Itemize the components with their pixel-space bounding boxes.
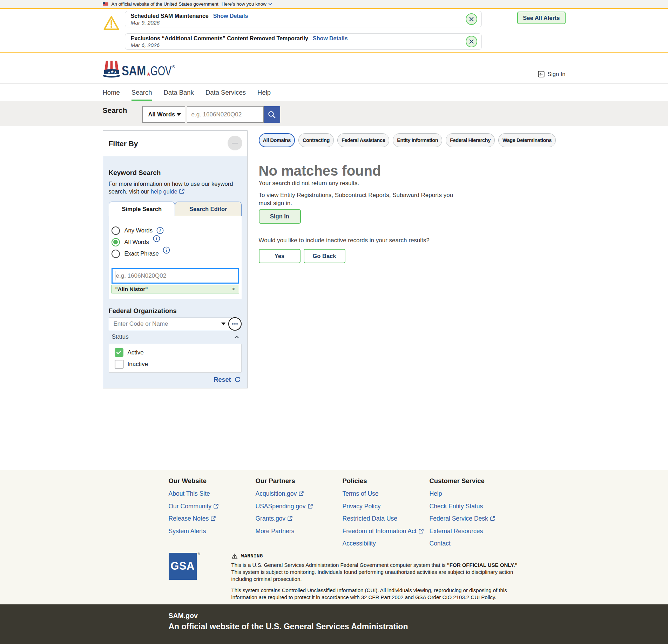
domain-pill-all-domains[interactable]: All Domains xyxy=(259,133,295,147)
us-flag-icon xyxy=(103,2,108,6)
footer-link-restricted-data-use[interactable]: Restricted Data Use xyxy=(343,515,398,522)
keyword-search-heading: Keyword Search xyxy=(109,169,242,177)
help-guide-link[interactable]: help guide xyxy=(151,188,184,195)
info-icon[interactable]: i xyxy=(153,235,160,242)
keyword-chip: "Alin Nistor" × xyxy=(112,285,239,293)
yes-button[interactable]: Yes xyxy=(259,249,301,263)
radio-row-all-words: All Words i xyxy=(112,236,239,248)
domain-pill-entity-information[interactable]: Entity Information xyxy=(393,133,442,147)
go-back-button[interactable]: Go Back xyxy=(304,249,345,263)
nav-item-home[interactable]: Home xyxy=(103,84,120,101)
search-strip-label: Search xyxy=(103,106,142,115)
main-area: Filter By Keyword Search For more inform… xyxy=(0,126,668,470)
external-link-icon xyxy=(214,504,218,509)
footer-link-our-community[interactable]: Our Community xyxy=(169,503,219,510)
nav-item-data-services[interactable]: Data Services xyxy=(205,84,246,101)
nav-item-help[interactable]: Help xyxy=(257,84,271,101)
gsa-logo: GSA ® xyxy=(169,553,197,601)
chevron-up-icon[interactable] xyxy=(234,335,239,339)
domain-pills: All Domains Contracting Federal Assistan… xyxy=(259,133,566,147)
footer-link-check-entity-status[interactable]: Check Entity Status xyxy=(430,503,483,510)
footer-link-about-this-site[interactable]: About This Site xyxy=(169,490,210,497)
footer-link-accessibility[interactable]: Accessibility xyxy=(343,540,376,547)
warning-paragraph-1: This is a U.S. General Services Administ… xyxy=(231,562,526,583)
chip-remove-icon[interactable]: × xyxy=(232,286,235,292)
nav-item-data-bank[interactable]: Data Bank xyxy=(163,84,194,101)
close-icon xyxy=(469,17,474,21)
search-submit-button[interactable] xyxy=(264,106,280,123)
banner-how-you-know-link[interactable]: Here’s how you know xyxy=(222,1,272,7)
search-strip: Search All Words xyxy=(0,101,668,126)
footer-link-more-partners[interactable]: More Partners xyxy=(256,528,295,535)
domain-pill-federal-hierarchy[interactable]: Federal Hierarchy xyxy=(446,133,495,147)
no-results-text: Your search did not return any results. xyxy=(259,179,566,187)
footer-link-help[interactable]: Help xyxy=(430,490,442,497)
checkbox-active[interactable] xyxy=(115,348,123,357)
footer-link-release-notes[interactable]: Release Notes xyxy=(169,515,216,522)
footer-link-grants-gov[interactable]: Grants.gov xyxy=(256,515,293,522)
info-icon[interactable]: i xyxy=(156,227,164,234)
radio-label: All Words xyxy=(124,239,149,245)
minus-icon xyxy=(232,143,238,143)
federal-organizations-more-button[interactable] xyxy=(228,317,242,331)
see-all-alerts-button[interactable]: See All Alerts xyxy=(517,12,565,24)
footer-link-system-alerts[interactable]: System Alerts xyxy=(169,528,206,535)
domain-pill-federal-assistance[interactable]: Federal Assistance xyxy=(337,133,389,147)
uncle-sam-hat-icon: ★ ★ ★ xyxy=(103,61,120,77)
footer-link-terms-of-use[interactable]: Terms of Use xyxy=(343,490,379,497)
global-search-input[interactable] xyxy=(187,106,264,123)
footer-link-foia[interactable]: Freedom of Information Act xyxy=(343,528,424,535)
header-sign-in-link[interactable]: Sign In xyxy=(538,71,565,77)
filter-panel: Filter By Keyword Search For more inform… xyxy=(103,130,248,388)
footer-link-usaspending-gov[interactable]: USASpending.gov xyxy=(256,503,313,510)
footer-link-federal-service-desk[interactable]: Federal Service Desk xyxy=(430,515,495,522)
close-icon xyxy=(469,39,474,44)
alert-close-button[interactable] xyxy=(466,36,477,47)
search-mode-select[interactable]: All Words xyxy=(142,106,185,123)
keyword-search-input[interactable] xyxy=(112,268,239,284)
radio-label: Exact Phrase xyxy=(124,250,159,257)
footer-link-external-resources[interactable]: External Resources xyxy=(430,528,483,535)
radio-any-words[interactable] xyxy=(112,226,120,235)
footer-link-acquisition-gov[interactable]: Acquisition.gov xyxy=(256,490,304,497)
alert-show-details-link[interactable]: Show Details xyxy=(213,13,248,19)
text-cursor xyxy=(115,271,115,280)
sign-in-button[interactable]: Sign In xyxy=(259,209,301,224)
status-section-label: Status xyxy=(112,333,129,340)
keyword-chip-label: "Alin Nistor" xyxy=(115,286,148,292)
reset-refresh-icon[interactable] xyxy=(234,377,241,383)
ellipsis-icon xyxy=(232,323,238,325)
bottom-bar: SAM.gov An official website of the U.S. … xyxy=(0,604,668,644)
federal-organizations-combo[interactable]: Enter Code or Name xyxy=(109,318,234,330)
filter-collapse-button[interactable] xyxy=(228,136,242,150)
external-link-icon xyxy=(211,516,216,521)
alerts-section: Scheduled SAM Maintenance Show Details M… xyxy=(0,9,668,53)
footer-link-privacy-policy[interactable]: Privacy Policy xyxy=(343,503,381,510)
alert-date: Mar 6, 2026 xyxy=(131,42,459,48)
radio-exact-phrase[interactable] xyxy=(112,250,120,258)
svg-text:i: i xyxy=(156,236,157,241)
keyword-tabs: Simple Search Search Editor xyxy=(109,202,242,216)
check-icon xyxy=(116,351,121,354)
radio-all-words[interactable] xyxy=(112,238,120,246)
sam-gov-logo[interactable]: ★ ★ ★ SAM ★ GOV ® xyxy=(103,60,175,78)
alert-show-details-link[interactable]: Show Details xyxy=(313,35,348,42)
alert-close-button[interactable] xyxy=(466,13,477,25)
tab-simple-search[interactable]: Simple Search xyxy=(109,202,175,216)
no-matches-heading: No matches found xyxy=(259,164,566,178)
domain-pill-contracting[interactable]: Contracting xyxy=(298,133,334,147)
tab-search-editor[interactable]: Search Editor xyxy=(175,202,242,216)
footer-link-contact[interactable]: Contact xyxy=(430,540,451,547)
svg-text:GOV: GOV xyxy=(150,64,171,78)
checkbox-inactive[interactable] xyxy=(115,360,123,368)
inactive-records-question: Would you like to include inactive recor… xyxy=(259,237,566,244)
info-icon[interactable]: i xyxy=(163,246,170,254)
reset-button[interactable]: Reset xyxy=(214,376,231,384)
nav-item-search[interactable]: Search xyxy=(131,84,152,101)
svg-text:★: ★ xyxy=(114,70,117,74)
radio-label: Any Words xyxy=(124,227,153,234)
checkbox-row-inactive: Inactive xyxy=(115,360,236,368)
federal-organizations-heading: Federal Organizations xyxy=(109,307,242,315)
footer-col-title: Our Partners xyxy=(256,477,343,485)
domain-pill-wage-determinations[interactable]: Wage Determinations xyxy=(498,133,556,147)
